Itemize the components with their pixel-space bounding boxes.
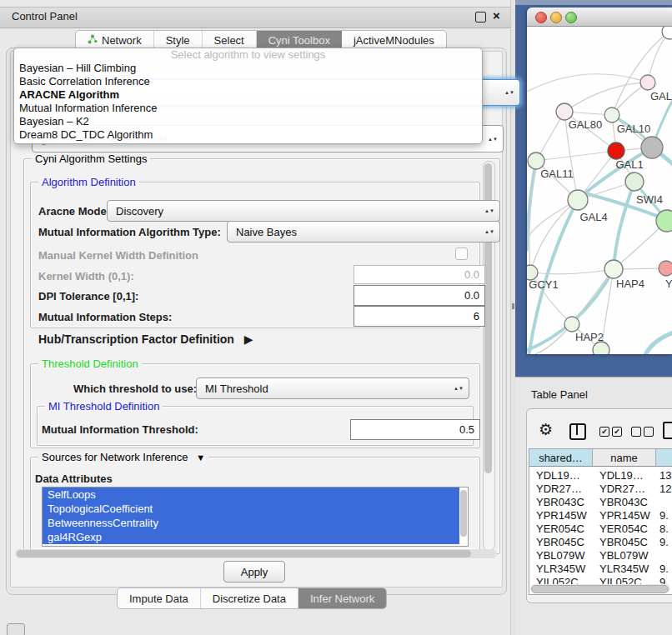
document-icon[interactable]: [663, 422, 672, 439]
checked-checkbox-icon[interactable]: ✔: [599, 427, 609, 437]
cell[interactable]: YDR27…: [593, 482, 656, 496]
mi-threshold-field[interactable]: 0.5: [350, 419, 480, 440]
cell[interactable]: 13: [656, 469, 672, 482]
cell[interactable]: 12: [656, 482, 672, 496]
table-row[interactable]: YBR045C YBR045C 9.: [529, 536, 672, 549]
cell[interactable]: YDL19…: [593, 469, 656, 482]
minimize-traffic-light-icon[interactable]: [550, 12, 562, 23]
mi-algorithm-type-combo[interactable]: Naive Bayes ▲▼: [227, 221, 500, 242]
popup-item-dream8[interactable]: Dream8 DC_TDC Algorithm: [14, 128, 482, 142]
table-hscrollbar[interactable]: [530, 584, 670, 592]
cell[interactable]: YBL079W: [593, 549, 656, 562]
close-traffic-light-icon[interactable]: [535, 12, 547, 23]
which-threshold-combo[interactable]: MI Threshold ▲▼: [196, 378, 469, 399]
tab-impute-data[interactable]: Impute Data: [118, 588, 201, 608]
node-gal4[interactable]: [568, 190, 588, 210]
checked-checkbox-icon[interactable]: ✔: [612, 427, 622, 437]
cell[interactable]: 9.: [656, 536, 672, 549]
cell[interactable]: YLR345W: [529, 562, 593, 576]
cell[interactable]: YLR345W: [593, 562, 656, 576]
apply-button[interactable]: Apply: [223, 561, 285, 582]
node-green-right[interactable]: [656, 210, 672, 232]
node-gal11[interactable]: [528, 152, 544, 169]
cell[interactable]: YDL19…: [529, 469, 593, 482]
node-partial-bottom[interactable]: [593, 342, 609, 354]
mi-steps-field[interactable]: 6: [354, 306, 485, 327]
manual-kernel-width-checkbox[interactable]: [455, 248, 468, 260]
node-hap4[interactable]: [604, 260, 623, 278]
zoom-traffic-light-icon[interactable]: [565, 12, 577, 23]
table-row[interactable]: YDR27… YDR27… 12: [529, 482, 672, 496]
node-pink-top[interactable]: [640, 75, 655, 90]
node-partial-top[interactable]: [662, 27, 672, 39]
node-hap2[interactable]: [564, 317, 579, 332]
network-window-titlebar[interactable]: [527, 8, 672, 27]
node-red-gal1[interactable]: [608, 142, 624, 159]
cell[interactable]: YER054C: [529, 522, 593, 536]
list-item-betweennesscentrality[interactable]: BetweennessCentrality: [43, 516, 459, 530]
tab-infer-network[interactable]: Infer Network: [298, 588, 386, 608]
aracne-mode-combo[interactable]: Discovery ▲▼: [107, 200, 500, 222]
popup-item-basic-correlation[interactable]: Basic Correlation Inference: [14, 75, 482, 88]
table-row[interactable]: YBL079W YBL079W: [529, 549, 672, 562]
list-item-gal4rgexp[interactable]: gal4RGexp: [43, 530, 459, 544]
network-view-window[interactable]: GAL GAL80 GAL10 GAL1 GAL11 SWI4 GAL4 GCY…: [527, 8, 672, 354]
settings-hscrollbar-thumb[interactable]: [17, 550, 471, 558]
popup-item-mutual-information[interactable]: Mutual Information Inference: [14, 102, 482, 115]
column-header-partial[interactable]: [656, 449, 672, 467]
close-icon[interactable]: ×: [493, 8, 500, 23]
node-swi4[interactable]: [625, 172, 644, 191]
popup-item-aracne[interactable]: ARACNE Algorithm: [14, 88, 482, 102]
node-gal10[interactable]: [604, 108, 619, 122]
tab-discretize-data[interactable]: Discretize Data: [201, 588, 298, 608]
table-row[interactable]: YDL19… YDL19… 13: [529, 469, 672, 482]
dpi-tolerance-field[interactable]: 0.0: [354, 285, 485, 306]
network-canvas[interactable]: GAL GAL80 GAL10 GAL1 GAL11 SWI4 GAL4 GCY…: [527, 27, 672, 354]
attribute-list-scrollbar-thumb[interactable]: [460, 490, 467, 537]
float-window-icon[interactable]: [475, 12, 486, 22]
split-columns-icon[interactable]: [569, 423, 586, 440]
node-gray[interactable]: [641, 137, 663, 158]
cell[interactable]: YER054C: [593, 522, 656, 536]
cell[interactable]: 8.: [656, 522, 672, 536]
table-hscrollbar-thumb[interactable]: [531, 585, 669, 593]
kernel-width-field[interactable]: 0.0: [354, 265, 485, 284]
table-row[interactable]: YLR345W YLR345W 9.: [529, 562, 672, 576]
unchecked-checkbox-icon[interactable]: [631, 427, 641, 437]
splitter-handle[interactable]: [512, 303, 514, 309]
data-attributes-list[interactable]: SelfLoops TopologicalCoefficient Between…: [42, 487, 469, 547]
list-item-topologicalcoefficient[interactable]: TopologicalCoefficient: [43, 502, 459, 516]
gear-icon[interactable]: ⚙: [539, 422, 553, 438]
sources-title-row[interactable]: Sources for Network Inference ▼: [38, 452, 208, 463]
column-header-shared-name[interactable]: shared…: [529, 449, 593, 467]
cell[interactable]: YPR145W: [529, 509, 593, 522]
cell[interactable]: YBR043C: [529, 496, 593, 509]
cell[interactable]: [656, 496, 672, 509]
column-header-name[interactable]: name: [593, 449, 656, 467]
popup-item-bayesian-k2[interactable]: Bayesian – K2: [14, 115, 482, 128]
unchecked-checkbox-icon[interactable]: [644, 427, 654, 437]
network-nodes[interactable]: [527, 27, 672, 354]
collapse-down-icon[interactable]: ▼: [196, 452, 205, 462]
cell[interactable]: 9.: [656, 509, 672, 522]
cell[interactable]: YBL079W: [529, 549, 593, 562]
popup-item-bayesian-hill-climbing[interactable]: Bayesian – Hill Climbing: [14, 62, 482, 75]
expand-right-icon[interactable]: ▶: [244, 332, 253, 346]
node-gal80[interactable]: [556, 103, 573, 120]
hub-definition-section[interactable]: Hub/Transcription Factor Definition ▶: [38, 332, 253, 346]
cell[interactable]: YBR045C: [529, 536, 593, 549]
settings-hscrollbar[interactable]: [15, 549, 497, 558]
label-gal4: GAL4: [579, 211, 607, 223]
table-row[interactable]: YBR043C YBR043C: [529, 496, 672, 509]
table-row[interactable]: YPR145W YPR145W 9.: [529, 509, 672, 522]
cell[interactable]: YBR043C: [593, 496, 656, 509]
node-salmon[interactable]: [659, 261, 672, 276]
minimized-panel-icon[interactable]: [7, 623, 25, 635]
list-item-selfloops[interactable]: SelfLoops: [43, 488, 459, 502]
cell[interactable]: YPR145W: [593, 509, 656, 522]
cell[interactable]: [656, 549, 672, 562]
cell[interactable]: YDR27…: [529, 482, 593, 496]
table-row[interactable]: YER054C YER054C 8.: [529, 522, 672, 536]
cell[interactable]: 9.: [656, 562, 672, 576]
cell[interactable]: YBR045C: [593, 536, 656, 549]
